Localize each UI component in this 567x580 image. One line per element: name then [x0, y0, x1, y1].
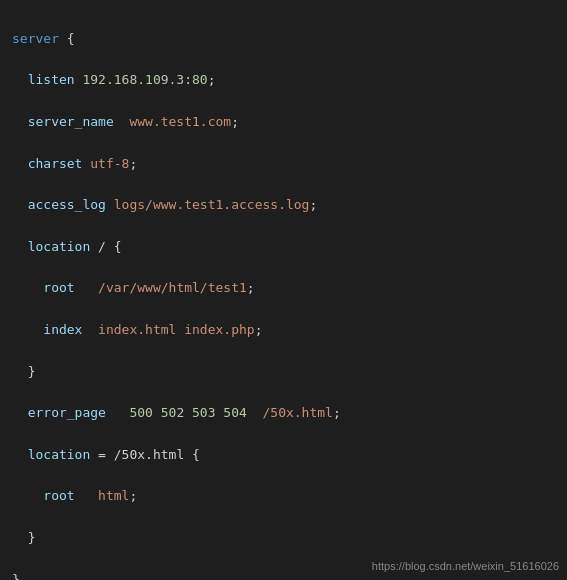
keyword-server: server	[12, 31, 59, 46]
line-3: server_name www.test1.com;	[12, 112, 555, 133]
line-2: listen 192.168.109.3:80;	[12, 70, 555, 91]
watermark-text: https://blog.csdn.net/weixin_51616026	[372, 560, 559, 572]
code-block: server { listen 192.168.109.3:80; server…	[12, 29, 555, 580]
directive-index-1: index	[43, 322, 82, 337]
line-10: error_page 500 502 503 504 /50x.html;	[12, 403, 555, 424]
line-6: location / {	[12, 237, 555, 258]
line-5: access_log logs/www.test1.access.log;	[12, 195, 555, 216]
line-12: root html;	[12, 486, 555, 507]
directive-location-1: location	[28, 239, 91, 254]
directive-location-2: location	[28, 447, 91, 462]
directive-error-page-1: error_page	[28, 405, 106, 420]
directive-root-1: root	[43, 280, 74, 295]
directive-server-name: server_name	[28, 114, 114, 129]
code-editor: server { listen 192.168.109.3:80; server…	[0, 0, 567, 580]
line-11: location = /50x.html {	[12, 445, 555, 466]
directive-root-2: root	[43, 488, 74, 503]
line-13: }	[12, 528, 555, 549]
line-4: charset utf-8;	[12, 154, 555, 175]
directive-access-log: access_log	[28, 197, 106, 212]
line-7: root /var/www/html/test1;	[12, 278, 555, 299]
line-1: server {	[12, 29, 555, 50]
directive-charset: charset	[28, 156, 83, 171]
line-9: }	[12, 362, 555, 383]
directive-listen: listen	[28, 72, 75, 87]
line-8: index index.html index.php;	[12, 320, 555, 341]
